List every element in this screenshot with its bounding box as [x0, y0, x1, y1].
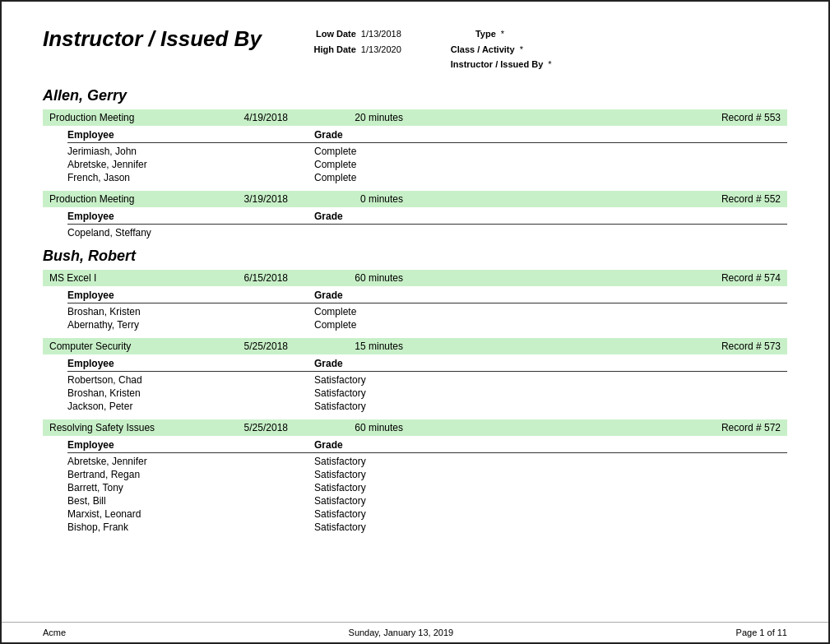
- employee-row: Bishop, Frank Satisfactory: [67, 521, 787, 534]
- employee-grade: Satisfactory: [314, 401, 479, 412]
- class-name: Production Meeting: [49, 193, 230, 205]
- class-date: 5/25/2018: [230, 422, 288, 433]
- class-date: 4/19/2018: [230, 112, 288, 123]
- employee-grade: [314, 227, 479, 239]
- class-duration: 15 minutes: [288, 341, 403, 352]
- instructor-filter-label: Instructor / Issued By: [451, 57, 543, 72]
- report-header: Instructor / Issued By Low Date 1/13/201…: [43, 26, 787, 72]
- class-duration: 0 minutes: [288, 193, 403, 205]
- employee-header-row: Employee Grade: [67, 127, 787, 143]
- employee-grade: Complete: [314, 306, 479, 317]
- employee-row: Robertson, Chad Satisfactory: [67, 373, 787, 387]
- report-body: Allen, Gerry Production Meeting 4/19/201…: [43, 87, 787, 534]
- employee-col-header: Employee: [67, 290, 314, 301]
- employee-row: French, Jason Complete: [67, 171, 787, 184]
- grade-col-header: Grade: [314, 439, 479, 451]
- class-duration: 60 minutes: [288, 422, 403, 433]
- employee-name: Abernathy, Terry: [67, 319, 314, 331]
- employee-grade: Satisfactory: [314, 469, 479, 480]
- employee-col-header: Employee: [67, 129, 314, 141]
- class-row: Production Meeting 3/19/2018 0 minutes R…: [43, 191, 787, 207]
- class-record: Record # 572: [403, 422, 781, 433]
- employee-grade: Satisfactory: [314, 508, 479, 520]
- class-name: Computer Security: [49, 341, 230, 352]
- employee-grade: Complete: [314, 159, 479, 170]
- employee-grade: Satisfactory: [314, 482, 479, 493]
- employee-row: Abernathy, Terry Complete: [67, 318, 787, 331]
- class-name: Resolving Safety Issues: [49, 422, 230, 433]
- class-date: 3/19/2018: [230, 193, 288, 205]
- employee-name: Barrett, Tony: [67, 482, 314, 493]
- class-row: MS Excel I 6/15/2018 60 minutes Record #…: [43, 270, 787, 286]
- employee-grade: Complete: [314, 172, 479, 183]
- employee-row: Bertrand, Regan Satisfactory: [67, 468, 787, 481]
- employee-grade: Satisfactory: [314, 456, 479, 467]
- report-page: Instructor / Issued By Low Date 1/13/201…: [0, 0, 830, 644]
- class-name: MS Excel I: [49, 272, 230, 284]
- high-date-value: 1/13/2020: [361, 42, 401, 58]
- class-duration: 60 minutes: [288, 272, 403, 284]
- employee-name: Marxist, Leonard: [67, 508, 314, 520]
- employee-row: Jerimiash, John Complete: [67, 145, 787, 158]
- employee-header-row: Employee Grade: [67, 288, 787, 303]
- class-value: *: [520, 42, 523, 58]
- class-row: Production Meeting 4/19/2018 20 minutes …: [43, 109, 787, 126]
- class-record: Record # 553: [403, 112, 781, 123]
- employee-row: Abretske, Jennifer Complete: [67, 158, 787, 171]
- employee-table: Employee Grade Copeland, Steffany: [43, 209, 787, 239]
- employee-row: Abretske, Jennifer Satisfactory: [67, 455, 787, 468]
- footer-date: Sunday, January 13, 2019: [349, 628, 454, 637]
- employee-name: Bertrand, Regan: [67, 469, 314, 480]
- employee-header-row: Employee Grade: [67, 438, 787, 453]
- employee-grade: Satisfactory: [314, 495, 479, 507]
- employee-row: Marxist, Leonard Satisfactory: [67, 507, 787, 521]
- grade-col-header: Grade: [314, 211, 479, 222]
- employee-grade: Satisfactory: [314, 521, 479, 533]
- employee-row: Barrett, Tony Satisfactory: [67, 481, 787, 494]
- high-date-label: High Date: [311, 42, 356, 58]
- employee-name: Broshan, Kristen: [67, 306, 314, 317]
- employee-name: Jackson, Peter: [67, 401, 314, 412]
- low-date-label: Low Date: [311, 26, 356, 42]
- type-label: Type: [451, 26, 496, 42]
- type-value: *: [501, 26, 504, 42]
- employee-table: Employee Grade Robertson, Chad Satisfact…: [43, 356, 787, 413]
- employee-name: Abretske, Jennifer: [67, 159, 314, 170]
- instructor-name: Bush, Robert: [43, 248, 787, 265]
- class-row: Computer Security 5/25/2018 15 minutes R…: [43, 338, 787, 354]
- employee-table: Employee Grade Abretske, Jennifer Satisf…: [43, 438, 787, 534]
- employee-row: Jackson, Peter Satisfactory: [67, 400, 787, 413]
- employee-name: Broshan, Kristen: [67, 387, 314, 399]
- class-label: Class / Activity: [451, 42, 515, 58]
- employee-header-row: Employee Grade: [67, 209, 787, 225]
- class-name: Production Meeting: [49, 112, 230, 123]
- type-filters: Type * Class / Activity * Instructor / I…: [451, 26, 552, 72]
- footer-company: Acme: [43, 628, 66, 637]
- grade-col-header: Grade: [314, 358, 479, 369]
- employee-grade: Complete: [314, 146, 479, 157]
- footer-page-info: Page 1 of 11: [736, 628, 787, 637]
- report-title: Instructor / Issued By: [43, 26, 262, 52]
- class-record: Record # 574: [403, 272, 781, 284]
- class-record: Record # 552: [403, 193, 781, 205]
- employee-name: Bishop, Frank: [67, 521, 314, 533]
- employee-name: Jerimiash, John: [67, 146, 314, 157]
- low-date-value: 1/13/2018: [361, 26, 401, 42]
- employee-row: Broshan, Kristen Satisfactory: [67, 387, 787, 400]
- employee-name: Abretske, Jennifer: [67, 456, 314, 467]
- employee-grade: Satisfactory: [314, 387, 479, 399]
- class-date: 5/25/2018: [230, 341, 288, 352]
- employee-name: Copeland, Steffany: [67, 227, 314, 239]
- employee-col-header: Employee: [67, 439, 314, 451]
- employee-name: French, Jason: [67, 172, 314, 183]
- grade-col-header: Grade: [314, 290, 479, 301]
- employee-header-row: Employee Grade: [67, 356, 787, 372]
- instructor-filter-value: *: [548, 57, 551, 72]
- employee-name: Best, Bill: [67, 495, 314, 507]
- class-duration: 20 minutes: [288, 112, 403, 123]
- page-footer: Acme Sunday, January 13, 2019 Page 1 of …: [2, 622, 828, 642]
- grade-col-header: Grade: [314, 129, 479, 141]
- employee-col-header: Employee: [67, 358, 314, 369]
- employee-table: Employee Grade Jerimiash, John Complete …: [43, 127, 787, 184]
- employee-grade: Satisfactory: [314, 374, 479, 386]
